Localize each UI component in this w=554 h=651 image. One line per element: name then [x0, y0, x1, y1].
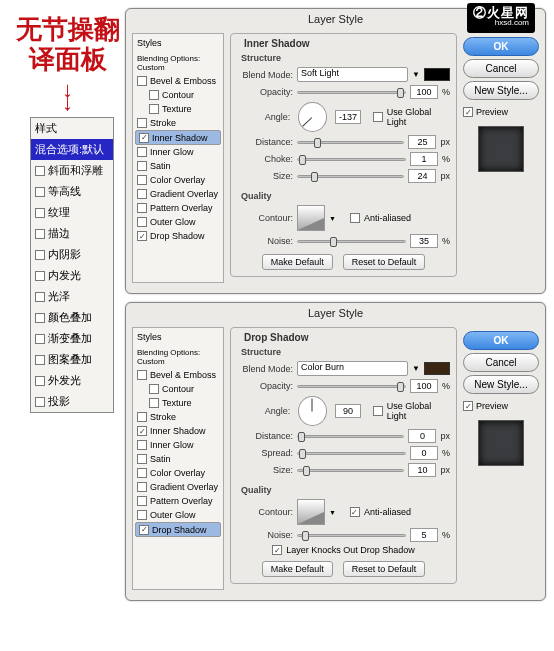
ok-button[interactable]: OK — [463, 331, 539, 350]
checkbox-icon[interactable] — [35, 397, 45, 407]
style-effect-row[interactable]: Gradient Overlay — [135, 480, 221, 494]
noise-slider[interactable] — [297, 240, 406, 243]
color-swatch[interactable] — [424, 68, 450, 81]
size-slider[interactable] — [297, 175, 404, 178]
checkbox-icon[interactable] — [35, 166, 45, 176]
cn-style-item[interactable]: 纹理 — [31, 202, 113, 223]
checkbox-icon[interactable] — [35, 313, 45, 323]
checkbox-icon[interactable] — [373, 406, 383, 416]
checkbox-icon[interactable] — [149, 104, 159, 114]
new-style-button[interactable]: New Style... — [463, 81, 539, 100]
checkbox-icon[interactable]: ✓ — [350, 507, 360, 517]
style-effect-row[interactable]: Inner Glow — [135, 438, 221, 452]
style-effect-row[interactable]: Bevel & Emboss — [135, 74, 221, 88]
cn-style-item[interactable]: 光泽 — [31, 286, 113, 307]
choke-input[interactable]: 1 — [410, 152, 438, 166]
checkbox-icon[interactable] — [35, 229, 45, 239]
checkbox-icon[interactable] — [137, 468, 147, 478]
reset-default-button[interactable]: Reset to Default — [343, 254, 426, 270]
checkbox-icon[interactable] — [149, 90, 159, 100]
style-effect-row[interactable]: Outer Glow — [135, 508, 221, 522]
new-style-button[interactable]: New Style... — [463, 375, 539, 394]
checkbox-icon[interactable] — [373, 112, 383, 122]
checkbox-icon[interactable] — [137, 496, 147, 506]
checkbox-icon[interactable] — [35, 355, 45, 365]
checkbox-icon[interactable] — [137, 217, 147, 227]
style-effect-row[interactable]: Pattern Overlay — [135, 494, 221, 508]
cn-blending-options[interactable]: 混合选项:默认 — [31, 139, 113, 160]
size-input[interactable]: 10 — [408, 463, 436, 477]
distance-input[interactable]: 0 — [408, 429, 436, 443]
style-effect-row[interactable]: Satin — [135, 452, 221, 466]
style-effect-row[interactable]: Texture — [135, 102, 221, 116]
checkbox-icon[interactable] — [350, 213, 360, 223]
checkbox-icon[interactable]: ✓ — [137, 231, 147, 241]
checkbox-icon[interactable]: ✓ — [139, 525, 149, 535]
style-effect-row[interactable]: Gradient Overlay — [135, 187, 221, 201]
noise-slider[interactable] — [297, 534, 406, 537]
style-effect-row[interactable]: ✓Drop Shadow — [135, 229, 221, 243]
checkbox-icon[interactable] — [137, 454, 147, 464]
checkbox-icon[interactable] — [35, 250, 45, 260]
checkbox-icon[interactable] — [137, 370, 147, 380]
noise-input[interactable]: 5 — [410, 528, 438, 542]
blending-options[interactable]: Blending Options: Custom — [135, 52, 221, 74]
cn-style-item[interactable]: 等高线 — [31, 181, 113, 202]
cn-style-item[interactable]: 内发光 — [31, 265, 113, 286]
opacity-input[interactable]: 100 — [410, 379, 438, 393]
style-effect-row[interactable]: Color Overlay — [135, 173, 221, 187]
cancel-button[interactable]: Cancel — [463, 59, 539, 78]
ok-button[interactable]: OK — [463, 37, 539, 56]
checkbox-icon[interactable] — [137, 147, 147, 157]
checkbox-icon[interactable] — [137, 189, 147, 199]
checkbox-icon[interactable]: ✓ — [463, 107, 473, 117]
angle-dial[interactable] — [298, 396, 327, 426]
distance-slider[interactable] — [297, 435, 404, 438]
opacity-slider[interactable] — [297, 385, 406, 388]
checkbox-icon[interactable] — [137, 118, 147, 128]
contour-picker[interactable] — [297, 205, 325, 231]
choke-slider[interactable] — [297, 158, 406, 161]
checkbox-icon[interactable] — [35, 334, 45, 344]
opacity-slider[interactable] — [297, 91, 406, 94]
opacity-input[interactable]: 100 — [410, 85, 438, 99]
cn-style-item[interactable]: 投影 — [31, 391, 113, 412]
make-default-button[interactable]: Make Default — [262, 254, 333, 270]
color-swatch[interactable] — [424, 362, 450, 375]
checkbox-icon[interactable] — [35, 208, 45, 218]
blend-mode-select[interactable]: Color Burn — [297, 361, 408, 376]
contour-picker[interactable] — [297, 499, 325, 525]
cn-style-item[interactable]: 内阴影 — [31, 244, 113, 265]
make-default-button[interactable]: Make Default — [262, 561, 333, 577]
style-effect-row[interactable]: Satin — [135, 159, 221, 173]
blending-options[interactable]: Blending Options: Custom — [135, 346, 221, 368]
checkbox-icon[interactable] — [149, 384, 159, 394]
checkbox-icon[interactable] — [137, 76, 147, 86]
style-effect-row[interactable]: Pattern Overlay — [135, 201, 221, 215]
checkbox-icon[interactable] — [137, 412, 147, 422]
checkbox-icon[interactable]: ✓ — [137, 426, 147, 436]
choke-slider[interactable] — [297, 452, 406, 455]
style-effect-row[interactable]: Texture — [135, 396, 221, 410]
distance-input[interactable]: 25 — [408, 135, 436, 149]
checkbox-icon[interactable]: ✓ — [272, 545, 282, 555]
size-input[interactable]: 24 — [408, 169, 436, 183]
checkbox-icon[interactable] — [149, 398, 159, 408]
angle-input[interactable]: 90 — [335, 404, 362, 418]
cancel-button[interactable]: Cancel — [463, 353, 539, 372]
cn-style-item[interactable]: 斜面和浮雕 — [31, 160, 113, 181]
style-effect-row[interactable]: Stroke — [135, 410, 221, 424]
style-effect-row[interactable]: Color Overlay — [135, 466, 221, 480]
style-effect-row[interactable]: Contour — [135, 88, 221, 102]
angle-input[interactable]: -137 — [335, 110, 362, 124]
cn-style-item[interactable]: 描边 — [31, 223, 113, 244]
cn-style-item[interactable]: 外发光 — [31, 370, 113, 391]
checkbox-icon[interactable] — [137, 510, 147, 520]
size-slider[interactable] — [297, 469, 404, 472]
checkbox-icon[interactable] — [35, 271, 45, 281]
noise-input[interactable]: 35 — [410, 234, 438, 248]
blend-mode-select[interactable]: Soft Light — [297, 67, 408, 82]
checkbox-icon[interactable] — [137, 440, 147, 450]
style-effect-row[interactable]: Stroke — [135, 116, 221, 130]
style-effect-row[interactable]: Outer Glow — [135, 215, 221, 229]
